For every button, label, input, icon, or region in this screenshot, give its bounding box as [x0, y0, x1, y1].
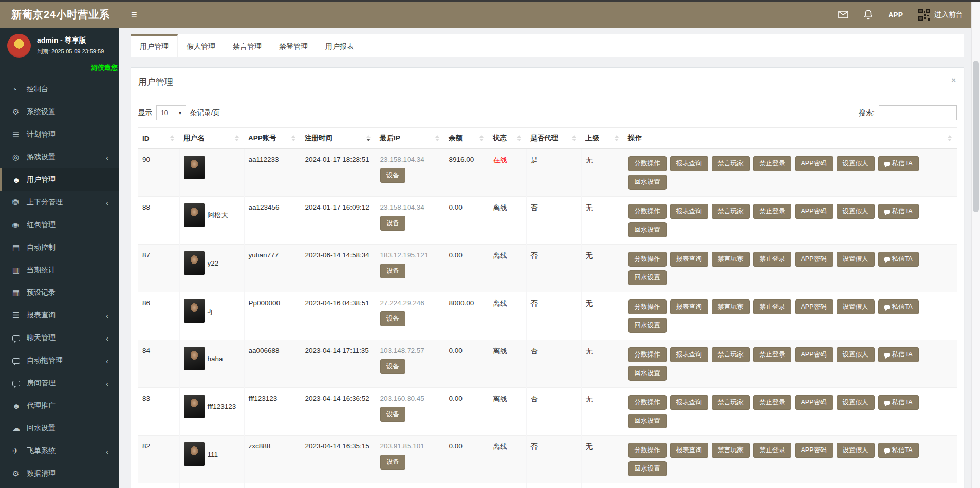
message-ta-button[interactable]: 私信TA	[878, 252, 919, 267]
bell-icon[interactable]	[864, 10, 873, 20]
app-password-button[interactable]: APP密码	[795, 299, 833, 314]
page-size-select[interactable]: 10 ▾	[156, 105, 186, 120]
sort-icon[interactable]	[170, 135, 174, 141]
tab-用户管理[interactable]: 用户管理	[131, 34, 178, 57]
set-fake-button[interactable]: 设置假人	[837, 395, 875, 410]
mute-player-button[interactable]: 禁言玩家	[712, 395, 750, 410]
ban-login-button[interactable]: 禁止登录	[753, 299, 791, 314]
sidebar-item-控制台[interactable]: ◔控制台	[0, 78, 119, 101]
device-button[interactable]: 设备	[380, 455, 405, 470]
sidebar-item-自动拖管理[interactable]: 自动拖管理‹	[0, 349, 119, 372]
report-query-button[interactable]: 报表查询	[670, 204, 708, 219]
message-ta-button[interactable]: 私信TA	[878, 443, 919, 458]
report-query-button[interactable]: 报表查询	[670, 347, 708, 362]
set-fake-button[interactable]: 设置假人	[837, 347, 875, 362]
ban-login-button[interactable]: 禁止登录	[753, 204, 791, 219]
mute-player-button[interactable]: 禁言玩家	[712, 443, 750, 458]
rebate-setting-button[interactable]: 回水设置	[628, 222, 667, 237]
tab-用户报表[interactable]: 用户报表	[317, 34, 363, 57]
sidebar-item-报表查询[interactable]: ☰报表查询‹	[0, 304, 119, 327]
vertical-scrollbar[interactable]	[971, 2, 980, 488]
mute-player-button[interactable]: 禁言玩家	[712, 204, 750, 219]
device-button[interactable]: 设备	[380, 168, 405, 183]
score-op-button[interactable]: 分数操作	[628, 395, 667, 410]
column-header-最后IP[interactable]: 最后IP	[376, 128, 445, 149]
score-op-button[interactable]: 分数操作	[628, 156, 667, 171]
report-query-button[interactable]: 报表查询	[670, 395, 708, 410]
message-ta-button[interactable]: 私信TA	[878, 204, 919, 219]
sort-icon[interactable]	[435, 135, 439, 141]
hamburger-menu-icon[interactable]: ≡	[119, 9, 150, 21]
report-query-button[interactable]: 报表查询	[670, 299, 708, 314]
sidebar-item-预设记录[interactable]: ▦预设记录	[0, 281, 119, 304]
ban-login-button[interactable]: 禁止登录	[753, 156, 791, 171]
score-op-button[interactable]: 分数操作	[628, 443, 667, 458]
tab-禁登管理[interactable]: 禁登管理	[270, 34, 317, 57]
close-icon[interactable]: ×	[951, 76, 956, 84]
score-op-button[interactable]: 分数操作	[628, 299, 667, 314]
report-query-button[interactable]: 报表查询	[670, 252, 708, 267]
sidebar-item-自动控制[interactable]: ▤自动控制	[0, 236, 119, 259]
sidebar-item-计划管理[interactable]: ☰计划管理	[0, 123, 119, 146]
scrollbar-thumb[interactable]	[973, 61, 979, 212]
ban-login-button[interactable]: 禁止登录	[753, 347, 791, 362]
rebate-setting-button[interactable]: 回水设置	[628, 461, 667, 476]
column-header-用户名[interactable]: 用户名	[179, 128, 244, 149]
set-fake-button[interactable]: 设置假人	[837, 299, 875, 314]
app-password-button[interactable]: APP密码	[795, 395, 833, 410]
device-button[interactable]: 设备	[380, 264, 405, 278]
column-header-是否代理[interactable]: 是否代理	[526, 128, 581, 149]
mute-player-button[interactable]: 禁言玩家	[712, 252, 750, 267]
score-op-button[interactable]: 分数操作	[628, 347, 667, 362]
sidebar-item-手动开奖[interactable]: ♟手动开奖	[0, 485, 119, 488]
column-header-操作[interactable]: 操作	[624, 128, 957, 149]
sort-icon[interactable]	[235, 135, 239, 141]
app-password-button[interactable]: APP密码	[795, 347, 833, 362]
ban-login-button[interactable]: 禁止登录	[753, 443, 791, 458]
sidebar-item-红包管理[interactable]: ⛂红包管理	[0, 214, 119, 236]
rebate-setting-button[interactable]: 回水设置	[628, 175, 667, 190]
sidebar-item-当期统计[interactable]: ▥当期统计	[0, 259, 119, 281]
sidebar-item-房间管理[interactable]: 房间管理‹	[0, 372, 119, 395]
rebate-setting-button[interactable]: 回水设置	[628, 270, 667, 285]
ban-login-button[interactable]: 禁止登录	[753, 395, 791, 410]
app-link[interactable]: APP	[888, 11, 903, 19]
message-ta-button[interactable]: 私信TA	[878, 347, 919, 362]
sidebar-item-代理推广[interactable]: ☻代理推广	[0, 395, 119, 417]
sidebar-item-飞单系统[interactable]: ✈飞单系统‹	[0, 440, 119, 462]
report-query-button[interactable]: 报表查询	[670, 443, 708, 458]
device-button[interactable]: 设备	[380, 311, 405, 326]
score-op-button[interactable]: 分数操作	[628, 252, 667, 267]
app-password-button[interactable]: APP密码	[795, 156, 833, 171]
rebate-setting-button[interactable]: 回水设置	[628, 318, 667, 333]
tab-禁言管理[interactable]: 禁言管理	[224, 34, 270, 57]
set-fake-button[interactable]: 设置假人	[837, 252, 875, 267]
mute-player-button[interactable]: 禁言玩家	[712, 347, 750, 362]
message-ta-button[interactable]: 私信TA	[878, 299, 919, 314]
sort-icon[interactable]	[366, 135, 371, 141]
score-op-button[interactable]: 分数操作	[628, 204, 667, 219]
device-button[interactable]: 设备	[380, 216, 405, 231]
envelope-icon[interactable]	[838, 11, 848, 18]
report-query-button[interactable]: 报表查询	[670, 156, 708, 171]
app-password-button[interactable]: APP密码	[795, 204, 833, 219]
message-ta-button[interactable]: 私信TA	[878, 156, 919, 171]
sort-icon[interactable]	[615, 135, 619, 141]
tab-假人管理[interactable]: 假人管理	[178, 34, 224, 57]
search-input[interactable]	[879, 105, 957, 120]
sidebar-item-上下分管理[interactable]: ⛃上下分管理‹	[0, 191, 119, 214]
sort-icon[interactable]	[479, 135, 484, 141]
set-fake-button[interactable]: 设置假人	[837, 443, 875, 458]
sort-icon[interactable]	[572, 135, 576, 141]
column-header-余额[interactable]: 余额	[445, 128, 489, 149]
sidebar-item-数据清理[interactable]: ⚙数据清理	[0, 462, 119, 485]
column-header-APP账号[interactable]: APP账号	[244, 128, 301, 149]
ban-login-button[interactable]: 禁止登录	[753, 252, 791, 267]
rebate-setting-button[interactable]: 回水设置	[628, 414, 667, 428]
mute-player-button[interactable]: 禁言玩家	[712, 299, 750, 314]
app-password-button[interactable]: APP密码	[795, 443, 833, 458]
sidebar-item-用户管理[interactable]: ☻用户管理	[0, 168, 119, 191]
sidebar-item-聊天管理[interactable]: 聊天管理‹	[0, 327, 119, 349]
mute-player-button[interactable]: 禁言玩家	[712, 156, 750, 171]
column-header-注册时间[interactable]: 注册时间	[301, 128, 376, 149]
